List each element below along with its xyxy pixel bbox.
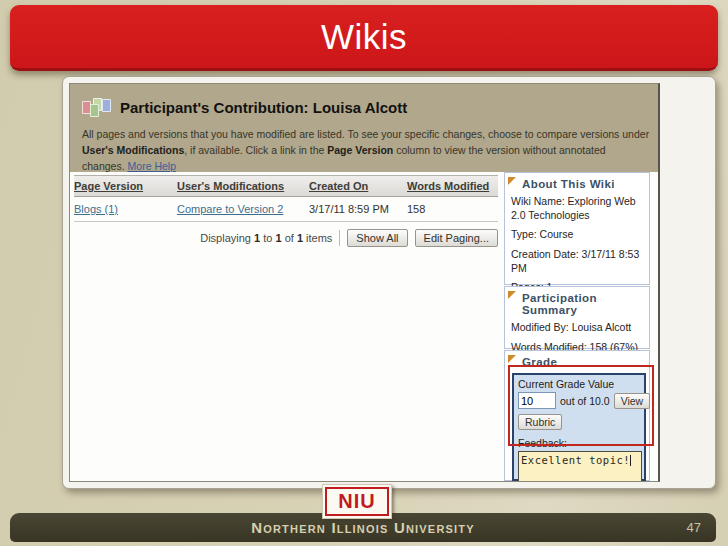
paging-to: 1 [275,232,281,244]
paging-divider [339,230,340,246]
grade-panel-title: Grade [522,356,557,368]
description-text-2: , if available. Click a link in the [184,144,327,156]
collapse-arrow-icon[interactable] [508,177,516,185]
column-header-page-version[interactable]: Page Version [74,180,177,192]
paging-word-of: of [285,232,294,244]
slide: Wikis Participant's Contribution: Louisa… [0,0,728,546]
created-on-value: 3/17/11 8:59 PM [309,203,407,215]
grade-panel: Grade Current Grade Value out of 10.0 Vi… [504,350,650,481]
creation-date-value: Creation Date: 3/17/11 8:53 PM [505,245,649,278]
wiki-icon [82,96,112,118]
paging-total: 1 [297,232,303,244]
out-of-label: out of 10.0 [560,395,610,407]
participation-panel-header: Participation Summary [505,287,649,318]
page-version-link[interactable]: Blogs (1) [74,203,118,215]
column-header-users-modifications[interactable]: User's Modifications [177,180,309,192]
screenshot-frame: Participant's Contribution: Louisa Alcot… [62,76,716,489]
description-bold-page-version: Page Version [327,144,393,156]
feedback-textarea[interactable]: Excellent topic! [518,451,642,482]
niu-logo-text: NIU [338,490,375,513]
grade-value-input[interactable] [518,392,556,409]
feedback-text: Excellent topic! [521,454,630,466]
about-this-wiki-panel: About This Wiki Wiki Name: Exploring Web… [504,172,650,285]
edit-paging-button[interactable]: Edit Paging... [415,229,498,247]
wiki-name-value: Wiki Name: Exploring Web 2.0 Technologie… [505,192,649,225]
grade-entry-box: Current Grade Value out of 10.0 View Rub… [512,373,646,481]
about-panel-title: About This Wiki [522,178,615,190]
page-title: Participant's Contribution: Louisa Alcot… [120,99,407,116]
description-bold-users-modifications: User's Modifications [82,144,184,156]
description-text-1: All pages and versions that you have mod… [82,128,649,140]
paging-word-items: items [306,232,332,244]
niu-logo: NIU [322,484,392,519]
slide-title-banner: Wikis [10,5,718,71]
slide-page-number: 47 [687,513,701,542]
versions-table: Page Version User's Modifications Create… [74,175,498,247]
column-header-words-modified[interactable]: Words Modified [407,180,498,192]
table-row: Blogs (1) Compare to Version 2 3/17/11 8… [74,197,498,222]
slide-title: Wikis [321,17,407,57]
wiki-type-value: Type: Course [505,225,649,245]
modified-by-value: Modified By: Louisa Alcott [505,318,649,338]
feedback-label: Feedback: [518,437,640,449]
more-help-link[interactable]: More Help [128,160,176,172]
paging-status: Displaying 1 to 1 of 1 items [200,232,332,244]
collapse-arrow-icon[interactable] [508,355,516,363]
column-header-created-on[interactable]: Created On [309,180,407,192]
wiki-page-screenshot: Participant's Contribution: Louisa Alcot… [69,83,660,482]
current-grade-label: Current Grade Value [518,378,640,390]
paging-word-to: to [263,232,272,244]
paging-word-displaying: Displaying [200,232,251,244]
rubric-button[interactable]: Rubric [518,414,562,430]
paging-from: 1 [254,232,260,244]
about-panel-header: About This Wiki [505,173,649,192]
grade-panel-header: Grade [505,351,649,370]
compare-version-link[interactable]: Compare to Version 2 [177,203,283,215]
table-header-row: Page Version User's Modifications Create… [74,175,498,197]
words-modified-value: 158 [407,203,498,215]
collapse-arrow-icon[interactable] [508,291,516,299]
wiki-page-header: Participant's Contribution: Louisa Alcot… [70,84,658,172]
paging-row: Displaying 1 to 1 of 1 items Show All Ed… [74,229,498,247]
participation-summary-panel: Participation Summary Modified By: Louis… [504,286,650,349]
show-all-button[interactable]: Show All [347,229,407,247]
page-description: All pages and versions that you have mod… [82,127,650,174]
text-cursor [630,455,631,466]
view-rubric-button[interactable]: View [614,393,651,409]
participation-panel-title: Participation Summary [522,292,597,316]
